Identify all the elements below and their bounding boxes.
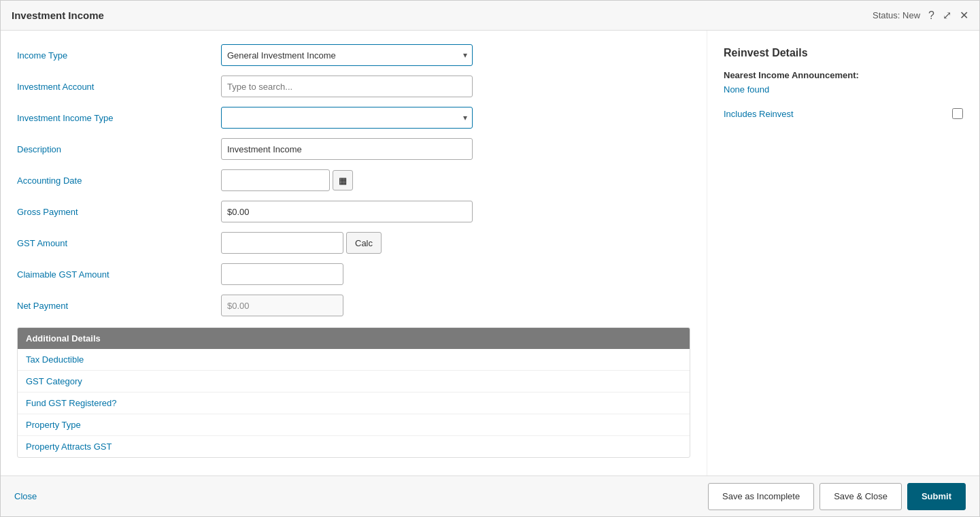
right-panel: Reinvest Details Nearest Income Announce… [707, 31, 979, 476]
net-payment-control [221, 295, 473, 316]
close-icon[interactable]: ✕ [960, 9, 968, 22]
calendar-button[interactable]: ▦ [333, 170, 353, 190]
footer-left: Close [14, 483, 37, 510]
income-type-select-wrapper: General Investment Income ▾ [221, 44, 473, 66]
gross-payment-row: Gross Payment [17, 201, 690, 222]
left-panel: Income Type General Investment Income ▾ … [1, 31, 707, 476]
list-item[interactable]: Property Attracts GST [18, 436, 690, 457]
investment-account-row: Investment Account [17, 76, 690, 97]
reinvest-title: Reinvest Details [724, 47, 963, 59]
gst-amount-input[interactable] [221, 232, 343, 254]
gross-payment-input[interactable] [221, 201, 473, 222]
income-type-control: General Investment Income ▾ [221, 44, 473, 66]
submit-button[interactable]: Submit [907, 483, 966, 510]
accounting-date-control: ▦ [221, 169, 473, 191]
nearest-income-label: Nearest Income Announcement: [724, 70, 963, 80]
investment-account-label: Investment Account [17, 82, 221, 92]
additional-details-header: Additional Details [18, 328, 690, 349]
accounting-date-row: Accounting Date ▦ [17, 169, 690, 191]
status-badge: Status: New [873, 10, 920, 20]
income-type-row: Income Type General Investment Income ▾ [17, 44, 690, 66]
modal-header: Investment Income Status: New ? ⤢ ✕ [1, 1, 979, 31]
gst-amount-control: Calc [221, 232, 473, 254]
save-incomplete-button[interactable]: Save as Incomplete [708, 483, 814, 510]
save-close-button[interactable]: Save & Close [820, 483, 902, 510]
modal-footer: Close Save as Incomplete Save & Close Su… [1, 476, 979, 516]
list-item[interactable]: Property Type [18, 414, 690, 436]
investment-income-type-label: Investment Income Type [17, 113, 221, 123]
income-type-select[interactable]: General Investment Income [221, 44, 473, 66]
gross-payment-label: Gross Payment [17, 207, 221, 217]
modal-title: Investment Income [12, 10, 104, 21]
date-wrapper: ▦ [221, 169, 473, 191]
investment-income-type-select[interactable] [221, 107, 473, 129]
description-label: Description [17, 144, 221, 154]
help-icon[interactable]: ? [928, 10, 934, 22]
list-item[interactable]: Fund GST Registered? [18, 393, 690, 414]
includes-reinvest-row: Includes Reinvest [724, 108, 963, 119]
none-found-text: None found [724, 84, 963, 95]
net-payment-row: Net Payment [17, 295, 690, 316]
investment-account-input[interactable] [221, 76, 473, 97]
investment-income-type-row: Investment Income Type ▾ [17, 107, 690, 129]
includes-reinvest-checkbox[interactable] [952, 108, 963, 119]
claimable-gst-row: Claimable GST Amount [17, 263, 690, 285]
modal-body: Income Type General Investment Income ▾ … [1, 31, 979, 476]
footer-right: Save as Incomplete Save & Close Submit [708, 483, 966, 510]
gst-amount-row: GST Amount Calc [17, 232, 690, 254]
investment-account-control [221, 76, 473, 97]
list-item[interactable]: GST Category [18, 371, 690, 393]
claimable-gst-control [221, 263, 473, 285]
external-link-icon[interactable]: ⤢ [943, 9, 951, 22]
list-item[interactable]: Tax Deductible [18, 349, 690, 371]
description-row: Description [17, 138, 690, 160]
calc-button[interactable]: Calc [346, 232, 382, 254]
income-type-label: Income Type [17, 50, 221, 61]
gst-amount-label: GST Amount [17, 238, 221, 248]
investment-income-type-select-wrapper: ▾ [221, 107, 473, 129]
net-payment-label: Net Payment [17, 301, 221, 311]
calendar-icon: ▦ [339, 176, 347, 186]
accounting-date-input[interactable] [221, 169, 330, 191]
investment-income-modal: Investment Income Status: New ? ⤢ ✕ Inco… [0, 0, 980, 517]
investment-income-type-control: ▾ [221, 107, 473, 129]
claimable-gst-label: Claimable GST Amount [17, 269, 221, 280]
claimable-gst-input[interactable] [221, 263, 343, 285]
additional-details-section: Additional Details Tax Deductible GST Ca… [17, 327, 690, 458]
close-button[interactable]: Close [14, 483, 37, 510]
calc-wrapper: Calc [221, 232, 473, 254]
description-input[interactable] [221, 138, 473, 160]
description-control [221, 138, 473, 160]
gross-payment-control [221, 201, 473, 222]
accounting-date-label: Accounting Date [17, 176, 221, 186]
header-actions: Status: New ? ⤢ ✕ [873, 9, 968, 22]
net-payment-input [221, 295, 343, 316]
includes-reinvest-label: Includes Reinvest [724, 109, 794, 119]
